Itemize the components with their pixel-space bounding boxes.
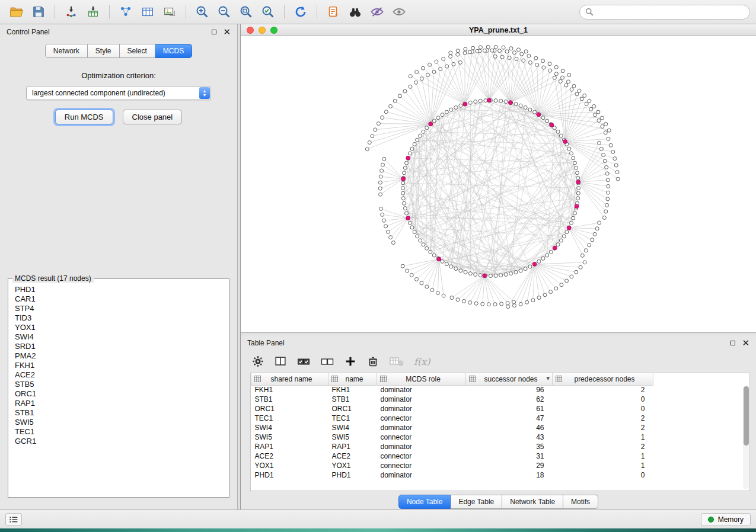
table-scrollbar-thumb[interactable]	[744, 386, 749, 446]
node-table-area: shared namenameMCDS rolesuccessor nodes▾…	[250, 373, 750, 491]
column-header-predecessor-nodes[interactable]: predecessor nodes	[553, 373, 653, 385]
close-window-icon[interactable]	[247, 27, 254, 34]
add-column-button[interactable]	[344, 355, 357, 368]
mcds-node-item[interactable]: STB5	[10, 380, 227, 389]
table-grid-icon	[331, 376, 338, 384]
table-toolbar: f(x)	[241, 350, 756, 373]
table-panel-titlebar: Table Panel ✕	[241, 335, 756, 350]
toolbar-separator	[55, 5, 55, 19]
float-table-panel-icon[interactable]	[731, 341, 735, 345]
control-tabs: NetworkStyleSelectMCDS	[0, 44, 237, 58]
function-builder-button[interactable]: f(x)	[414, 356, 430, 367]
mcds-node-item[interactable]: STP4	[10, 304, 227, 313]
mcds-node-item[interactable]: FKH1	[10, 361, 227, 370]
show-details-button[interactable]	[388, 2, 410, 21]
column-header-successor-nodes[interactable]: successor nodes▾	[466, 373, 553, 385]
application-window: Control Panel ✕ NetworkStyleSelectMCDS O…	[0, 0, 756, 532]
table-row[interactable]: SWI4SWI4dominator462	[251, 423, 750, 432]
table-row[interactable]: RAP1RAP1dominator352	[251, 442, 750, 451]
table-scrollbar[interactable]	[743, 386, 749, 489]
memory-status-icon	[708, 517, 714, 523]
minimize-window-icon[interactable]	[259, 27, 266, 34]
zoom-selected-button[interactable]	[257, 2, 279, 21]
tab-network[interactable]: Network	[45, 44, 88, 58]
table-settings-button[interactable]	[251, 355, 264, 368]
close-panel-button[interactable]: Close panel	[123, 110, 183, 124]
table-row[interactable]: ORC1ORC1dominator610	[251, 404, 750, 414]
table-row[interactable]: TEC1TEC1connector472	[251, 414, 750, 423]
column-header-mcds-role[interactable]: MCDS role	[377, 373, 466, 385]
mcds-node-item[interactable]: PMA2	[10, 351, 227, 361]
mcds-node-item[interactable]: SWI5	[10, 418, 227, 427]
mcds-node-item[interactable]: SRD1	[10, 342, 227, 351]
maximize-window-icon[interactable]	[270, 27, 277, 34]
search-input[interactable]	[596, 7, 744, 17]
mcds-result-list[interactable]: PHD1CAR1STP4TID3YOX1SWI4SRD1PMA2FKH1ACE2…	[10, 285, 227, 495]
main-area: Control Panel ✕ NetworkStyleSelectMCDS O…	[0, 24, 756, 509]
search-icon	[585, 8, 594, 16]
save-button[interactable]	[28, 2, 49, 21]
show-columns-button[interactable]	[274, 355, 287, 368]
mcds-node-item[interactable]: STB1	[10, 408, 227, 418]
panel-menu-button[interactable]	[5, 513, 22, 525]
new-network-button[interactable]	[115, 2, 136, 21]
hide-details-button[interactable]	[366, 2, 388, 21]
open-file-button[interactable]	[6, 2, 27, 21]
mcds-node-item[interactable]: ACE2	[10, 370, 227, 380]
refresh-button[interactable]	[290, 2, 311, 21]
dropdown-arrows-icon: ▲▼	[199, 87, 210, 99]
deselect-all-icon	[320, 355, 334, 368]
criterion-dropdown[interactable]: largest connected component (undirected)…	[26, 86, 211, 100]
mcds-node-item[interactable]: GCR1	[10, 437, 227, 446]
find-button[interactable]	[344, 2, 366, 21]
float-panel-icon[interactable]	[212, 30, 216, 34]
mcds-node-item[interactable]: RAP1	[10, 399, 227, 408]
memory-label: Memory	[718, 515, 744, 524]
mcds-node-item[interactable]: PHD1	[10, 285, 227, 294]
network-canvas[interactable]	[241, 36, 756, 332]
table-panel-title: Table Panel	[247, 339, 285, 347]
mcds-node-item[interactable]: TEC1	[10, 427, 227, 437]
tab-network-table[interactable]: Network Table	[502, 495, 563, 509]
table-row[interactable]: FKH1FKH1dominator962	[251, 385, 750, 395]
zoom-fit-button[interactable]	[235, 2, 257, 21]
clear-table-button[interactable]	[389, 355, 404, 368]
tab-style[interactable]: Style	[88, 44, 120, 58]
zoom-selected-icon	[261, 5, 275, 19]
deselect-all-button[interactable]	[320, 355, 334, 368]
import-table-button[interactable]	[82, 2, 104, 21]
network-titlebar[interactable]: YPA_prune.txt_1	[241, 24, 756, 36]
export-image-button[interactable]	[159, 2, 180, 21]
network-svg[interactable]	[241, 36, 756, 332]
copy-document-button[interactable]	[323, 2, 344, 21]
import-network-button[interactable]	[60, 2, 82, 21]
close-table-panel-icon[interactable]: ✕	[742, 340, 749, 346]
column-header-name[interactable]: name	[328, 373, 377, 385]
close-panel-icon[interactable]: ✕	[223, 29, 231, 35]
memory-button[interactable]: Memory	[701, 513, 751, 526]
mcds-node-item[interactable]: YOX1	[10, 323, 227, 332]
mcds-node-item[interactable]: ORC1	[10, 389, 227, 399]
table-row[interactable]: STB1STB1dominator620	[251, 395, 750, 404]
tab-node-table[interactable]: Node Table	[398, 495, 451, 509]
table-row[interactable]: PHD1PHD1dominator180	[251, 470, 750, 480]
mcds-node-item[interactable]: TID3	[10, 313, 227, 323]
zoom-out-button[interactable]	[213, 2, 235, 21]
network-table-button[interactable]	[137, 2, 158, 21]
tab-edge-table[interactable]: Edge Table	[451, 495, 502, 509]
run-mcds-button[interactable]: Run MCDS	[55, 110, 113, 124]
tab-mcds[interactable]: MCDS	[155, 44, 192, 58]
tab-select[interactable]: Select	[120, 44, 155, 58]
search-box[interactable]	[579, 5, 750, 20]
tab-motifs[interactable]: Motifs	[563, 495, 598, 509]
delete-column-button[interactable]	[366, 355, 379, 368]
zoom-in-button[interactable]	[192, 2, 213, 21]
disabled-table-icon	[389, 355, 404, 368]
table-row[interactable]: YOX1YOX1connector291	[251, 461, 750, 470]
mcds-node-item[interactable]: SWI4	[10, 332, 227, 342]
table-row[interactable]: SWI5SWI5connector431	[251, 432, 750, 442]
column-header-shared-name[interactable]: shared name	[251, 373, 328, 385]
select-all-button[interactable]	[296, 355, 311, 368]
mcds-node-item[interactable]: CAR1	[10, 294, 227, 304]
table-row[interactable]: ACE2ACE2connector311	[251, 451, 750, 461]
